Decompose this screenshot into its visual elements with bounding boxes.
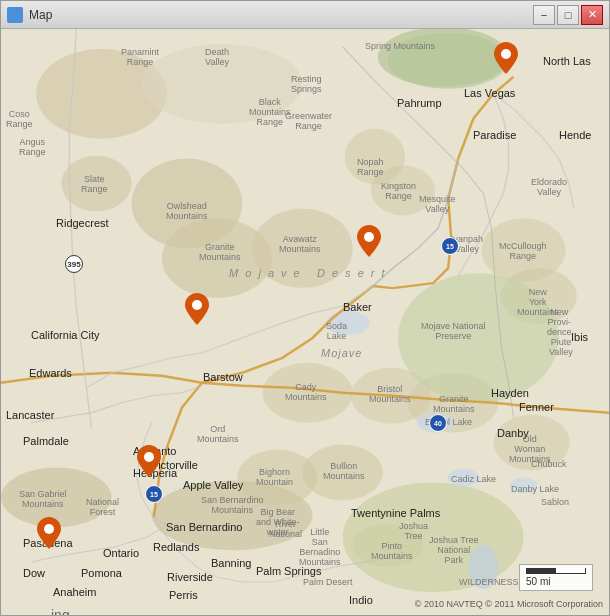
- svg-point-29: [501, 49, 511, 59]
- title-bar: Map − □ ✕: [1, 1, 609, 29]
- scale-line: [526, 568, 586, 574]
- title-bar-left: Map: [7, 7, 52, 23]
- shield-i15-north: 15: [441, 237, 459, 255]
- shield-395: 395: [65, 255, 83, 273]
- shield-i15-south: 15: [145, 485, 163, 503]
- pin-barstow[interactable]: [185, 293, 209, 325]
- svg-point-24: [326, 311, 370, 335]
- svg-point-32: [144, 452, 154, 462]
- window-controls: − □ ✕: [533, 5, 603, 25]
- svg-point-27: [510, 477, 538, 493]
- svg-point-12: [302, 445, 382, 501]
- svg-point-18: [61, 156, 131, 212]
- map-container[interactable]: North Las Las Vegas Paradise Hende Pahru…: [1, 29, 609, 615]
- svg-point-5: [252, 208, 352, 288]
- map-svg: [1, 29, 609, 615]
- pin-anaheim[interactable]: [37, 517, 61, 549]
- svg-point-31: [192, 300, 202, 310]
- pin-las-vegas[interactable]: [494, 42, 518, 74]
- pin-baker[interactable]: [357, 225, 381, 257]
- copyright: © 2010 NAVTEQ © 2011 Microsoft Corporati…: [415, 599, 603, 609]
- svg-point-33: [44, 524, 54, 534]
- svg-point-20: [371, 166, 435, 216]
- svg-point-23: [378, 29, 509, 87]
- svg-point-26: [447, 469, 479, 487]
- shield-i40: 40: [429, 414, 447, 432]
- svg-point-21: [398, 273, 559, 403]
- minimize-button[interactable]: −: [533, 5, 555, 25]
- close-button[interactable]: ✕: [581, 5, 603, 25]
- window-title: Map: [29, 8, 52, 22]
- pin-san-bernardino[interactable]: [137, 445, 161, 477]
- svg-point-30: [364, 232, 374, 242]
- svg-point-14: [493, 415, 569, 471]
- svg-point-28: [468, 545, 498, 589]
- app-icon: [7, 7, 23, 23]
- scale-label: 50 mi: [526, 576, 550, 587]
- scale-bar: 50 mi: [519, 564, 593, 591]
- window-frame: Map − □ ✕: [0, 0, 610, 616]
- svg-point-2: [142, 44, 303, 124]
- maximize-button[interactable]: □: [557, 5, 579, 25]
